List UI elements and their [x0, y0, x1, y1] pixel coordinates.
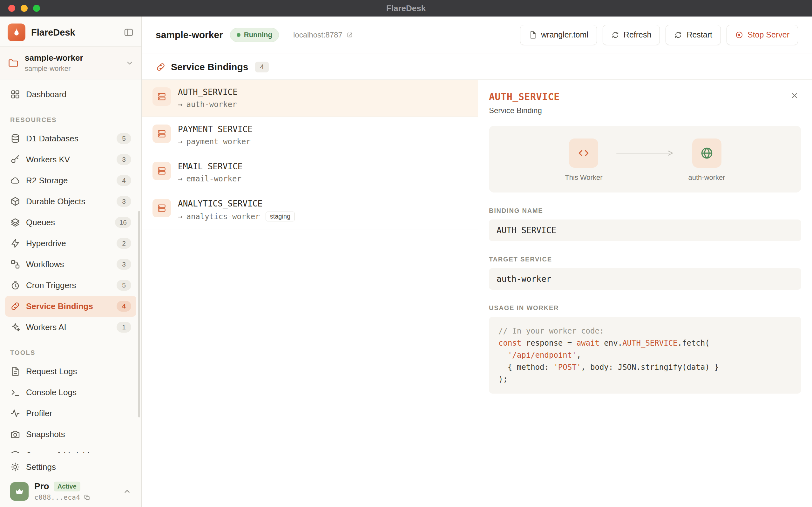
source-node-box — [569, 138, 598, 168]
collapse-sidebar-icon[interactable] — [124, 27, 134, 38]
titlebar: FlareDesk — [0, 0, 812, 16]
sidebar-footer: Settings Pro Active c088...eca4 — [0, 453, 141, 507]
server-icon — [157, 129, 167, 138]
worker-title: sample-worker — [156, 30, 223, 40]
sidebar-scrollbar[interactable] — [138, 211, 140, 417]
plan-avatar — [10, 482, 28, 501]
copy-icon[interactable] — [83, 494, 91, 501]
code-line: { method: 'POST', body: JSON.stringify(d… — [499, 361, 792, 373]
sidebar-item-d1-databases[interactable]: D1 Databases5 — [5, 128, 136, 149]
folder-icon — [8, 57, 19, 69]
binding-target: →auth-worker — [178, 100, 238, 109]
sidebar-item-secrets-variables[interactable]: Secrets & Variables — [5, 445, 136, 453]
binding-name: PAYMENT_SERVICE — [178, 124, 252, 134]
binding-target-name: auth-worker — [186, 100, 237, 109]
sidebar-item-queues[interactable]: Queues16 — [5, 212, 136, 233]
sidebar-item-label: Profiler — [26, 408, 52, 418]
close-detail-button[interactable] — [789, 91, 800, 101]
binding-diagram: This Worker auth-worker — [489, 126, 801, 192]
sidebar-item-hyperdrive[interactable]: Hyperdrive2 — [5, 233, 136, 254]
binding-target: →email-worker — [178, 174, 243, 183]
binding-row-auth-service[interactable]: AUTH_SERVICE→auth-worker — [142, 80, 478, 117]
code-line: ); — [499, 373, 792, 385]
chevron-up-icon — [123, 487, 131, 496]
binding-row-analytics-service[interactable]: ANALYTICS_SERVICE→analytics-workerstagin… — [142, 191, 478, 229]
sparkles-icon — [10, 322, 20, 332]
sidebar-item-badge: 3 — [117, 259, 131, 270]
sidebar-item-dashboard[interactable]: Dashboard — [5, 84, 136, 105]
sidebar-item-console-logs[interactable]: Console Logs — [5, 382, 136, 403]
refresh-button[interactable]: Refresh — [603, 25, 660, 45]
sidebar-item-label: Workflows — [26, 260, 64, 269]
sidebar-item-label: Queues — [26, 218, 55, 227]
target-service-value: auth-worker — [489, 268, 801, 290]
sidebar-item-settings[interactable]: Settings — [5, 457, 136, 477]
binding-target-name: email-worker — [186, 174, 241, 183]
settings-label: Settings — [26, 462, 56, 472]
zoom-window-button[interactable] — [33, 5, 40, 12]
sidebar-nav: DashboardRESOURCESD1 Databases5Workers K… — [0, 79, 141, 453]
account-id: c088...eca4 — [34, 494, 80, 501]
sidebar-item-workers-ai[interactable]: Workers AI1 — [5, 317, 136, 338]
sidebar-item-profiler[interactable]: Profiler — [5, 403, 136, 424]
divider — [286, 29, 286, 41]
terminal-icon — [10, 387, 20, 397]
external-link-icon — [346, 32, 353, 39]
sidebar-item-label: D1 Databases — [26, 134, 78, 144]
environment-tag: staging — [266, 212, 295, 221]
binding-row-payment-service[interactable]: PAYMENT_SERVICE→payment-worker — [142, 117, 478, 154]
file-text-icon — [10, 366, 20, 377]
flow-arrow-icon — [615, 149, 676, 157]
code-token: 'POST' — [554, 363, 581, 372]
code-line: const response = await env.AUTH_SERVICE.… — [499, 337, 792, 349]
server-icon — [157, 203, 167, 213]
host-link[interactable]: localhost:8787 — [293, 31, 353, 39]
close-window-button[interactable] — [8, 5, 15, 12]
plan-top-row: Pro Active — [34, 481, 91, 492]
sidebar-item-durable-objects[interactable]: Durable Objects3 — [5, 191, 136, 212]
crown-icon — [14, 486, 24, 497]
usage-code: // In your worker code:const response = … — [489, 317, 801, 394]
workflow-icon — [10, 259, 20, 269]
binding-target-name: analytics-worker — [186, 212, 259, 221]
sidebar-item-cron-triggers[interactable]: Cron Triggers5 — [5, 275, 136, 296]
binding-info: ANALYTICS_SERVICE→analytics-workerstagin… — [178, 199, 295, 221]
binding-icon-box — [153, 162, 171, 180]
sidebar-item-snapshots[interactable]: Snapshots — [5, 424, 136, 445]
section-title: Service Bindings — [171, 62, 248, 72]
sidebar-item-r2-storage[interactable]: R2 Storage4 — [5, 170, 136, 191]
arrow-glyph: → — [178, 212, 182, 221]
code-line: // In your worker code: — [499, 325, 792, 337]
source-node: This Worker — [565, 138, 602, 182]
sidebar-item-workers-kv[interactable]: Workers KV3 — [5, 149, 136, 170]
target-service-label: TARGET SERVICE — [489, 256, 801, 263]
binding-row-email-service[interactable]: EMAIL_SERVICE→email-worker — [142, 154, 478, 191]
project-selector[interactable]: sample-worker sample-worker — [0, 46, 141, 79]
binding-name-value: AUTH_SERVICE — [489, 220, 801, 241]
stop-server-button[interactable]: Stop Server — [727, 25, 798, 45]
content-area: AUTH_SERVICE→auth-workerPAYMENT_SERVICE→… — [142, 79, 812, 507]
main-header: sample-worker Running localhost:8787 wra… — [142, 16, 812, 53]
sidebar-item-badge: 16 — [115, 217, 131, 228]
sidebar-item-badge: 5 — [117, 280, 131, 291]
project-environment: sample-worker — [25, 64, 83, 73]
plan-card[interactable]: Pro Active c088...eca4 — [5, 477, 136, 501]
bindings-list: AUTH_SERVICE→auth-workerPAYMENT_SERVICE→… — [142, 80, 478, 507]
sidebar-item-service-bindings[interactable]: Service Bindings4 — [5, 296, 136, 317]
plan-status-badge: Active — [54, 482, 80, 492]
wrangler-toml-button[interactable]: wrangler.toml — [520, 25, 597, 45]
arrow-glyph: → — [178, 100, 182, 109]
code-token: .fetch( — [678, 339, 710, 347]
sidebar-item-request-logs[interactable]: Request Logs — [5, 361, 136, 382]
detail-subtitle: Service Binding — [489, 106, 801, 115]
activity-icon — [10, 408, 20, 418]
nav-section-label: TOOLS — [10, 349, 131, 356]
sidebar-item-label: Dashboard — [26, 90, 66, 100]
restart-button[interactable]: Restart — [665, 25, 721, 45]
sidebar-item-badge: 3 — [117, 196, 131, 207]
minimize-window-button[interactable] — [21, 5, 27, 12]
binding-name-label: BINDING NAME — [489, 207, 801, 214]
stop-icon — [735, 31, 743, 39]
sidebar-item-workflows[interactable]: Workflows3 — [5, 254, 136, 275]
code-icon — [577, 146, 591, 160]
